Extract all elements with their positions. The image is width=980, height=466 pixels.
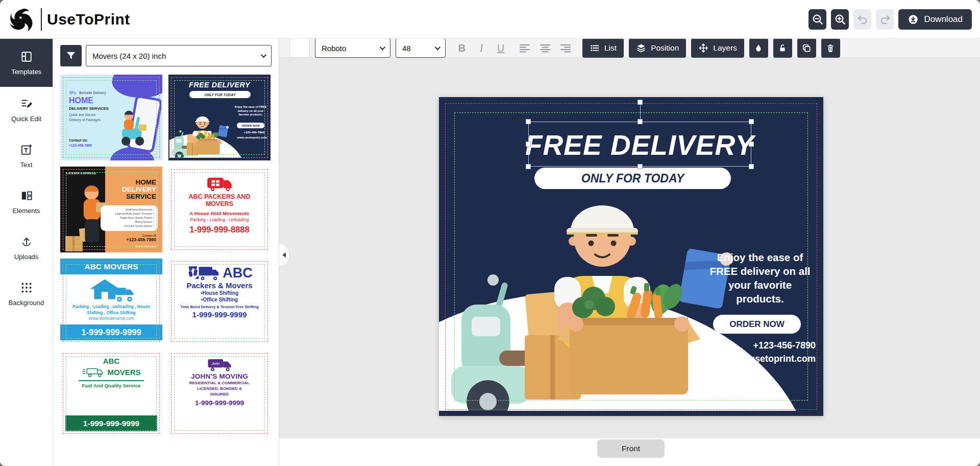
t7-movers: MOVERS bbox=[107, 368, 140, 377]
font-size-value: 48 bbox=[402, 44, 411, 53]
house-truck-icon bbox=[84, 278, 139, 302]
t1-tagline: Quick and Secure Delivery of Packages bbox=[69, 112, 101, 123]
filter-button[interactable] bbox=[60, 45, 82, 66]
t2-body: Enjoy the ease of FREE delivery on all y… bbox=[234, 105, 267, 117]
redo-button[interactable] bbox=[876, 9, 894, 30]
t7-tagline: Fast And Quality Service bbox=[60, 383, 162, 388]
t4-phone: 1-999-999-8888 bbox=[168, 225, 271, 235]
t8-truck-label: John bbox=[211, 361, 220, 366]
list-icon bbox=[590, 43, 600, 53]
resize-handle-bottom-right[interactable] bbox=[749, 164, 754, 169]
body-text-element[interactable]: Enjoy the ease of FREE delivery on all y… bbox=[704, 250, 816, 306]
align-center-icon bbox=[539, 42, 551, 54]
t6-item1: •House Shifting bbox=[168, 290, 271, 296]
movers-truck-icon bbox=[186, 264, 220, 282]
trash-icon bbox=[825, 43, 836, 53]
lock-button[interactable] bbox=[773, 38, 792, 58]
app-window: UseToPrint Download Templates Quick Edit… bbox=[0, 0, 980, 466]
t7-divider bbox=[79, 380, 144, 381]
resize-handle-bottom-left[interactable] bbox=[526, 164, 531, 169]
page-tab-front[interactable]: Front bbox=[597, 439, 665, 458]
selection-frame[interactable] bbox=[528, 122, 751, 167]
underline-button[interactable]: U bbox=[494, 40, 508, 56]
filter-icon bbox=[65, 50, 77, 61]
template-card-abc-movers-blue[interactable]: ABC MOVERS Packing , Loading , Unloading… bbox=[60, 259, 162, 344]
list-button[interactable]: List bbox=[582, 38, 624, 58]
t4-line1: A House Hold Movements bbox=[168, 211, 271, 216]
category-select[interactable]: Movers (24 x 20) inch bbox=[86, 45, 272, 66]
layers-button[interactable]: Layers bbox=[691, 38, 744, 58]
chevron-down-icon bbox=[261, 52, 266, 58]
t2-website: www.usetoprint.com bbox=[237, 136, 267, 139]
font-family-select[interactable]: Roboto bbox=[315, 38, 390, 58]
logo-divider bbox=[41, 8, 42, 31]
undo-icon bbox=[856, 13, 869, 26]
sidebar-item-uploads[interactable]: Uploads bbox=[0, 225, 53, 271]
resize-handle-top-right[interactable] bbox=[749, 119, 754, 124]
zoom-in-icon bbox=[834, 13, 846, 26]
t2-subline-pill: ONLY FOR TODAY bbox=[189, 91, 251, 98]
sidebar-item-quick-edit[interactable]: Quick Edit bbox=[0, 87, 53, 133]
t6-title: Packers & Movers bbox=[168, 281, 271, 290]
italic-button[interactable]: I bbox=[474, 40, 488, 56]
resize-handle-middle-left[interactable] bbox=[526, 142, 531, 147]
t5-phone-bar: 1-999-999-9999 bbox=[60, 324, 162, 340]
t1-brand-name: Borcelle Delivery bbox=[79, 91, 106, 95]
template-card-abc-packers-navy[interactable]: ABC Packers & Movers •House Shifting •Of… bbox=[168, 259, 271, 344]
sidebar-item-elements[interactable]: Elements bbox=[0, 179, 53, 225]
unlock-icon bbox=[777, 43, 788, 53]
resize-handle-top-left[interactable] bbox=[526, 119, 531, 124]
phone-text-element[interactable]: +123-456-7890 bbox=[704, 340, 816, 351]
position-button[interactable]: Position bbox=[629, 38, 686, 58]
align-left-button[interactable] bbox=[517, 40, 532, 56]
sidebar-label-uploads: Uploads bbox=[14, 253, 39, 261]
t1-contact: Contact Us: +123-456-7890 bbox=[69, 138, 92, 148]
t6-phone: 1-999-999-9999 bbox=[168, 310, 271, 319]
zoom-in-button[interactable] bbox=[831, 9, 849, 30]
color-fill-button[interactable] bbox=[749, 38, 768, 58]
align-left-icon bbox=[519, 42, 531, 54]
text-color-swatch[interactable] bbox=[289, 38, 310, 58]
t8-line3: INSURED bbox=[168, 391, 271, 397]
layers-label: Layers bbox=[713, 43, 737, 53]
resize-handle-bottom-middle[interactable] bbox=[638, 164, 643, 169]
droplet-icon bbox=[753, 43, 764, 53]
font-size-select[interactable]: 48 bbox=[396, 38, 446, 58]
resize-handle-middle-right[interactable] bbox=[749, 142, 754, 147]
elements-icon bbox=[20, 189, 33, 202]
t2-phone: +123-456-7890 bbox=[243, 131, 264, 134]
brand-name: UseToPrint bbox=[47, 11, 130, 28]
t3-brand: LICERIA EXPRESS bbox=[66, 172, 96, 176]
template-card-free-delivery[interactable]: FREE DELIVERY ONLY FOR TODAY Enjoy the e… bbox=[168, 75, 271, 160]
bold-button[interactable]: B bbox=[455, 40, 469, 56]
app-header: UseToPrint Download bbox=[0, 0, 980, 39]
template-card-johns-moving[interactable]: John JOHN'S MOVING RESIDENTIAL & COMMERC… bbox=[168, 351, 271, 436]
templates-panel: Movers (24 x 20) inch Borcelle Delivery … bbox=[53, 39, 279, 466]
template-card-abc-packers-red[interactable]: ABC PACKERS AND MOVERS A House Hold Move… bbox=[168, 167, 271, 252]
sidebar-item-background[interactable]: Background bbox=[0, 271, 53, 317]
sidebar-item-templates[interactable]: Templates bbox=[0, 39, 53, 87]
template-card-liceria-express[interactable]: LICERIA EXPRESS HOME DELIVERY SERVICE Sm… bbox=[60, 167, 162, 252]
align-right-button[interactable] bbox=[558, 40, 573, 56]
design-canvas[interactable]: FREE DELIVERY ONLY FOR TODAY Enjoy the e… bbox=[439, 97, 823, 416]
template-card-abc-movers-green[interactable]: ABC MOVERS Fast And Quality Service 1-99… bbox=[60, 351, 162, 436]
brand-phoenix-icon bbox=[8, 6, 36, 33]
zoom-out-button[interactable] bbox=[808, 9, 826, 30]
collapse-arrow-icon bbox=[282, 252, 286, 258]
sidebar-item-text[interactable]: Text bbox=[0, 133, 53, 179]
subline-pill-element[interactable]: ONLY FOR TODAY bbox=[534, 168, 731, 189]
website-text-element[interactable]: www.usetoprint.com bbox=[694, 354, 816, 364]
align-center-button[interactable] bbox=[537, 40, 553, 56]
templates-icon bbox=[20, 50, 33, 63]
list-label: List bbox=[604, 43, 617, 53]
order-now-button-element[interactable]: ORDER NOW bbox=[713, 315, 801, 334]
duplicate-button[interactable] bbox=[797, 38, 816, 58]
red-truck-icon bbox=[204, 175, 235, 192]
undo-button[interactable] bbox=[853, 9, 871, 30]
template-card-home-delivery-services[interactable]: Borcelle Delivery HOME DELIVERY SERVICES… bbox=[60, 75, 162, 160]
rotate-handle[interactable] bbox=[638, 100, 643, 105]
sidebar-label-templates: Templates bbox=[11, 68, 41, 76]
download-button[interactable]: Download bbox=[898, 9, 972, 30]
t5-services: Packing , Loading , Unloading , House Sh… bbox=[66, 304, 156, 316]
delete-button[interactable] bbox=[821, 38, 840, 58]
